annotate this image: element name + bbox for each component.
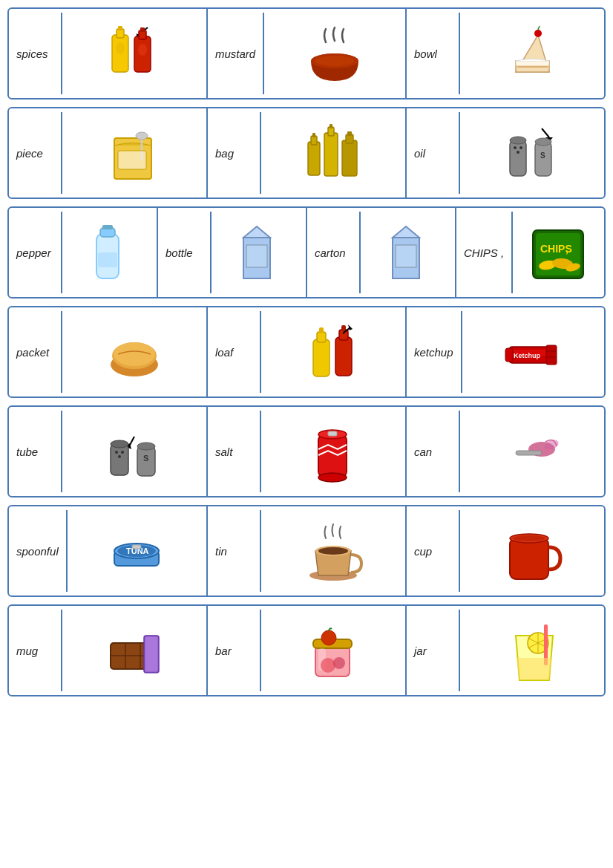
svg-point-9 [138,44,147,56]
svg-marker-48 [243,226,270,238]
label-oil: oil [407,141,459,166]
svg-rect-35 [510,140,526,176]
row-1: piece bag oil [7,107,606,199]
label-bag: bag [208,141,260,166]
label-can: can [407,440,459,464]
card-salt: salt [208,407,407,496]
svg-rect-66 [335,337,352,376]
label-bar: bar [208,639,260,663]
row-3: packet loaf ketchup [7,306,606,398]
image-cup [459,510,604,592]
label-ketchup: ketchup [407,340,461,365]
svg-rect-93 [516,451,542,455]
image-tin [260,510,405,592]
svg-rect-64 [317,332,326,342]
svg-point-90 [318,473,347,482]
svg-point-86 [137,443,155,450]
label-packet: packet [9,340,61,365]
svg-point-39 [517,151,519,154]
label-chips-: CHIPS , [456,241,511,265]
main-grid: spices mustard bowl [7,7,606,696]
image-jar [459,610,604,691]
svg-point-118 [321,630,336,645]
label-pepper: pepper [9,241,61,265]
label-tube: tube [9,440,61,464]
label-cup: cup [407,539,459,564]
svg-rect-45 [102,225,113,229]
row-4: tube S salt can [7,405,606,497]
svg-point-106 [513,535,545,541]
card-carton: carton [307,208,456,297]
image-spices [61,13,206,94]
card-cup: cup [407,506,604,595]
label-piece: piece [9,141,61,166]
label-tin: tin [208,539,260,564]
svg-point-103 [318,547,348,555]
image-chips: CHIPS , [511,212,604,293]
image-loaf [260,311,405,393]
card-spoonful: spoonful TUNA [9,506,208,595]
row-2: pepper bottle carton CHIPS , CHIPS , [7,206,606,298]
svg-text:S: S [143,454,148,463]
svg-rect-26 [312,133,315,137]
svg-point-38 [519,146,522,149]
svg-rect-29 [330,124,332,128]
row-6: mug bar jar [7,604,606,696]
card-mustard: mustard [208,9,407,98]
svg-line-33 [542,128,549,137]
svg-text:Ketchup: Ketchup [514,352,541,359]
svg-rect-65 [319,327,324,333]
card-can: can [407,407,604,496]
card-packet: packet [9,307,208,397]
label-loaf: loaf [208,340,260,365]
svg-rect-23 [118,151,146,169]
image-mug [61,610,206,691]
svg-rect-100 [132,545,141,549]
svg-point-5 [116,42,125,54]
svg-rect-4 [118,26,122,30]
label-bowl: bowl [407,42,459,66]
card-mug: mug [9,606,208,695]
svg-rect-88 [318,434,347,477]
svg-marker-51 [393,226,419,238]
svg-rect-91 [328,431,337,436]
svg-rect-8 [140,27,145,32]
card-tube: tube S [9,407,208,496]
label-bottle: bottle [158,241,210,265]
image-oil: S [459,112,604,194]
image-mustard [263,13,405,94]
svg-rect-32 [347,131,352,136]
svg-point-82 [115,451,118,454]
label-mustard: mustard [208,42,263,66]
svg-rect-16 [516,61,549,65]
svg-point-17 [534,30,542,37]
svg-point-81 [111,440,128,448]
label-spoonful: spoonful [9,539,66,564]
svg-point-37 [514,146,517,149]
svg-rect-76 [505,348,513,362]
image-carton [359,212,455,293]
svg-line-18 [538,26,540,30]
image-bowl [459,13,604,94]
svg-rect-30 [342,140,357,176]
card-spices: spices [9,9,208,98]
card-bar: bar [208,606,407,695]
image-bottle [210,212,306,293]
image-tube: S [61,411,206,492]
svg-point-36 [510,137,526,144]
svg-rect-24 [308,142,320,175]
card-chips-: CHIPS , CHIPS , [456,208,604,297]
image-ketchup: Ketchup [461,311,604,393]
svg-point-41 [535,138,551,146]
svg-rect-46 [98,252,117,267]
card-bowl: bowl [407,9,604,98]
card-piece: piece [9,108,208,198]
svg-point-21 [136,132,148,140]
card-loaf: loaf [208,307,407,397]
label-jar: jar [407,639,459,663]
svg-rect-73 [546,345,557,365]
svg-rect-27 [324,133,338,176]
image-piece [61,112,206,194]
card-jar: jar [407,606,604,695]
label-spices: spices [9,42,61,66]
